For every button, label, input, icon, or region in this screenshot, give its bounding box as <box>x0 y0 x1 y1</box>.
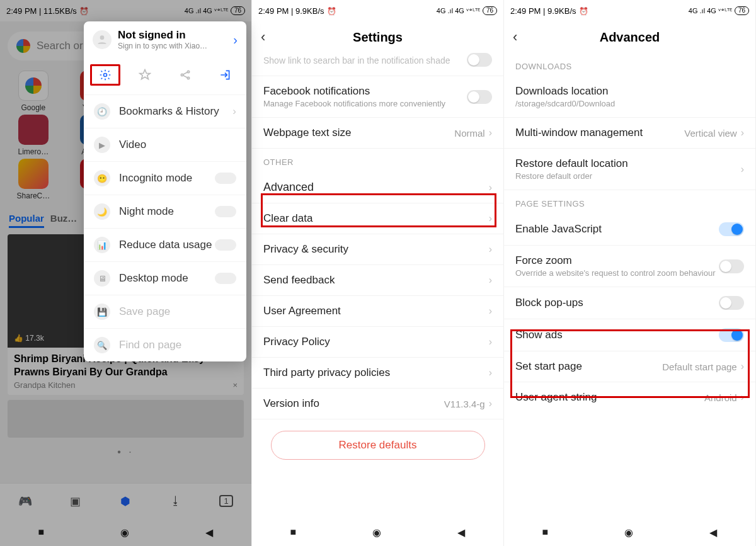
desktop-icon: 🖥 <box>94 270 110 287</box>
row-restore-location[interactable]: Restore default locationRestore default … <box>504 149 755 190</box>
svg-point-1 <box>103 74 106 77</box>
row-show-ads[interactable]: Show ads <box>504 319 755 351</box>
chevron-right-icon: › <box>489 367 492 378</box>
row-facebook[interactable]: Facebook notificationsManage Facebook no… <box>252 76 503 118</box>
google-app-icon <box>18 71 49 101</box>
chevron-right-icon: › <box>489 213 492 224</box>
switch[interactable] <box>215 173 236 184</box>
account-subtitle: Sign in to sync with Xiao… <box>118 42 219 50</box>
home-icon[interactable]: ⬢ <box>117 492 134 510</box>
toggle-ads[interactable] <box>719 328 744 342</box>
svg-point-3 <box>187 71 189 72</box>
row-search-link[interactable]: Show link to search bar in the notificat… <box>252 53 503 76</box>
alarm-icon <box>327 6 336 16</box>
row-feedback[interactable]: Send feedback› <box>252 265 503 296</box>
row-privacy-security[interactable]: Privacy & security› <box>252 234 503 265</box>
switch[interactable] <box>215 206 236 217</box>
toggle-zoom[interactable] <box>719 259 744 273</box>
toggle-js[interactable] <box>719 222 744 236</box>
row-user-agreement[interactable]: User Agreement› <box>252 296 503 327</box>
star-icon[interactable] <box>130 64 160 86</box>
menu-find: 🔍Find on page <box>84 328 246 361</box>
back-button[interactable]: ◀ <box>457 526 465 538</box>
share-icon[interactable] <box>170 64 200 86</box>
android-nav: ■ ◉ ◀ <box>504 518 755 546</box>
account-row[interactable]: Not signed in Sign in to sync with Xiao…… <box>84 21 246 58</box>
chevron-right-icon: › <box>489 244 492 255</box>
back-button[interactable]: ◀ <box>709 526 717 538</box>
exit-icon[interactable] <box>210 64 240 86</box>
sharechat-icon <box>18 159 49 189</box>
signal-text: 4G .ıl 4G ᵛᵒᴸᵀᴱ <box>185 7 228 15</box>
alarm-icon <box>579 6 588 16</box>
page-dots: • · <box>0 443 251 462</box>
page-title: Settings <box>252 30 503 45</box>
menu-incognito[interactable]: 😶Incognito mode <box>84 161 246 195</box>
row-multi-window[interactable]: Multi-window management Vertical view› <box>504 118 755 149</box>
restore-defaults-button[interactable]: Restore defaults <box>271 431 485 460</box>
switch[interactable] <box>215 273 236 284</box>
app-sharechat[interactable]: ShareC… <box>3 159 64 200</box>
back-button[interactable]: ◀ <box>205 526 213 538</box>
row-block-popups[interactable]: Block pop-ups <box>504 287 755 319</box>
account-title: Not signed in <box>118 29 233 42</box>
menu-night[interactable]: 🌙Night mode <box>84 195 246 228</box>
row-text-size[interactable]: Webpage text size Normal› <box>252 118 503 149</box>
app-limeroad[interactable]: Limero… <box>3 115 64 156</box>
recents-button[interactable]: ■ <box>38 526 45 538</box>
back-button[interactable]: ‹ <box>513 29 529 45</box>
recents-button[interactable]: ■ <box>542 526 549 538</box>
play-icon: ▶ <box>94 137 110 153</box>
tab-popular[interactable]: Popular <box>9 213 44 228</box>
row-user-agent[interactable]: User agent string Android› <box>504 382 755 412</box>
menu-reduce-data[interactable]: 📊Reduce data usage <box>84 228 246 261</box>
games-icon[interactable]: 🎮 <box>16 492 34 510</box>
row-version[interactable]: Version info V11.3.4-g› <box>252 389 503 419</box>
recents-button[interactable]: ■ <box>290 526 297 538</box>
row-third-party[interactable]: Third party privacy policies› <box>252 358 503 389</box>
row-enable-js[interactable]: Enable JavaScript <box>504 213 755 246</box>
feed-source: Grandpa Kitchen <box>14 380 76 390</box>
alarm-icon <box>79 6 89 16</box>
back-button[interactable]: ‹ <box>261 29 277 45</box>
toggle-popups[interactable] <box>719 296 744 310</box>
panel-advanced: 2:49 PM | 9.9KB/s 4G .ıl 4G ᵛᵒᴸᵀᴱ76 ‹ Ad… <box>504 0 756 546</box>
switch[interactable] <box>215 239 236 251</box>
home-button[interactable]: ◉ <box>624 526 633 538</box>
svg-point-4 <box>187 77 189 79</box>
tabs-icon[interactable]: 1 <box>217 492 235 510</box>
svg-point-0 <box>100 35 105 40</box>
chevron-right-icon: › <box>489 336 492 348</box>
chevron-right-icon: › <box>489 398 492 409</box>
row-force-zoom[interactable]: Force zoomOverride a website's request t… <box>504 246 755 287</box>
likes-count: 👍 17.3k <box>14 334 44 343</box>
home-button[interactable]: ◉ <box>120 526 129 538</box>
chevron-right-icon: › <box>741 392 744 403</box>
tab-buzz[interactable]: Buz… <box>50 213 77 228</box>
feed-dismiss[interactable]: × <box>232 380 238 390</box>
browser-bottom-bar: 🎮 ▣ ⬢ ⭳ 1 <box>0 483 251 518</box>
row-clear-data[interactable]: Clear data› <box>252 203 503 234</box>
panel-home: 2:49 PM | 11.5KB/s 4G .ıl 4G ᵛᵒᴸᵀᴱ76 Sea… <box>0 0 252 546</box>
android-nav: ■ ◉ ◀ <box>0 518 251 546</box>
row-advanced[interactable]: Advanced› <box>252 172 503 203</box>
toggle[interactable] <box>467 90 492 104</box>
settings-gear-icon[interactable] <box>90 64 120 86</box>
chevron-right-icon: › <box>741 164 744 175</box>
menu-video[interactable]: ▶Video <box>84 128 246 161</box>
row-start-page[interactable]: Set start page Default start page› <box>504 351 755 382</box>
menu-bookmarks[interactable]: 🕘Bookmarks & History› <box>84 94 246 128</box>
row-privacy-policy[interactable]: Privacy Policy› <box>252 327 503 358</box>
app-google[interactable]: Google <box>3 71 64 112</box>
menu-desktop[interactable]: 🖥Desktop mode <box>84 261 246 295</box>
feed-card[interactable] <box>8 400 244 438</box>
home-button[interactable]: ◉ <box>372 526 381 538</box>
download-icon[interactable]: ⭳ <box>167 492 185 510</box>
google-icon <box>16 39 30 53</box>
chevron-right-icon: › <box>232 105 236 118</box>
toggle[interactable] <box>467 53 492 67</box>
svg-point-2 <box>181 74 183 76</box>
video-icon[interactable]: ▣ <box>67 492 84 510</box>
incognito-icon: 😶 <box>94 170 110 186</box>
row-download-location[interactable]: Downloads location/storage/sdcard0/Downl… <box>504 76 755 118</box>
